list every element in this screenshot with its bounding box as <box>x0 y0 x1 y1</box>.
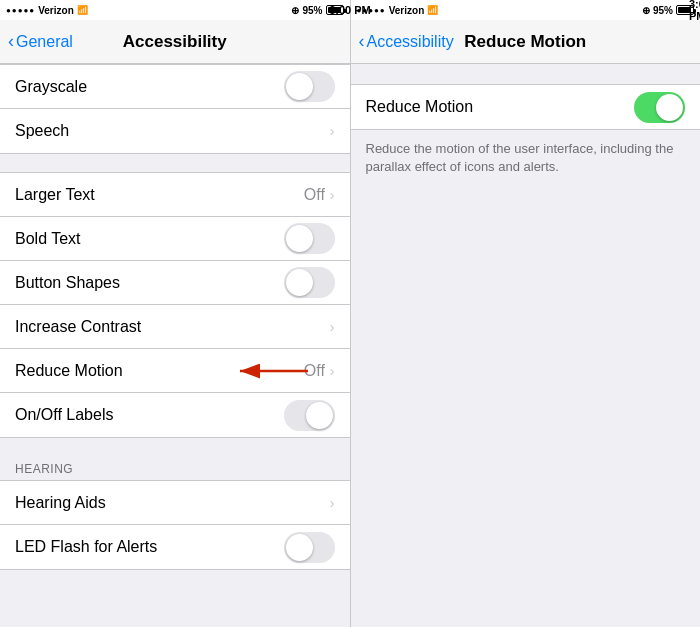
back-button-left[interactable]: ‹ General <box>8 33 73 51</box>
row-increase-contrast[interactable]: Increase Contrast › <box>0 305 350 349</box>
button-shapes-label: Button Shapes <box>15 274 284 292</box>
button-shapes-knob <box>286 269 313 296</box>
hearing-aids-label: Hearing Aids <box>15 494 330 512</box>
onoff-labels-toggle[interactable] <box>284 400 335 431</box>
reduce-motion-card: Reduce Motion <box>351 84 701 130</box>
wifi-icon-right: 📶 <box>427 5 438 15</box>
carrier-right: Verizon <box>389 5 425 16</box>
increase-contrast-label: Increase Contrast <box>15 318 330 336</box>
gap-top-right <box>351 64 701 74</box>
larger-text-value: Off <box>304 186 325 204</box>
row-button-shapes[interactable]: Button Shapes <box>0 261 350 305</box>
reduce-motion-chevron: › <box>330 363 335 379</box>
row-speech[interactable]: Speech › <box>0 109 350 153</box>
battery-pct-left: 95% <box>302 5 322 16</box>
larger-text-chevron: › <box>330 187 335 203</box>
carrier-left: Verizon <box>38 5 74 16</box>
reduce-motion-setting-row[interactable]: Reduce Motion <box>351 85 701 129</box>
nav-bar-right: ‹ Accessibility Reduce Motion <box>351 20 701 64</box>
row-bold-text[interactable]: Bold Text <box>0 217 350 261</box>
battery-icon-left <box>326 5 344 15</box>
nav-bar-left: ‹ General Accessibility <box>0 20 350 64</box>
back-label-right: Accessibility <box>367 33 454 51</box>
speech-label: Speech <box>15 122 330 140</box>
button-shapes-toggle[interactable] <box>284 267 335 298</box>
led-flash-knob <box>286 534 313 561</box>
grayscale-label: Grayscale <box>15 78 284 96</box>
larger-text-label: Larger Text <box>15 186 304 204</box>
location-icon-right: ⊕ <box>642 5 650 16</box>
group-display: Larger Text Off › Bold Text Button Shape… <box>0 172 350 438</box>
led-flash-label: LED Flash for Alerts <box>15 538 284 556</box>
nav-title-left: Accessibility <box>123 32 227 52</box>
reduce-motion-description: Reduce the motion of the user interface,… <box>351 130 701 188</box>
row-hearing-aids[interactable]: Hearing Aids › <box>0 481 350 525</box>
onoff-labels-knob <box>306 402 333 429</box>
status-bar-left: ●●●●● Verizon 📶 3:00 PM ⊕ 95% <box>0 0 350 20</box>
increase-contrast-chevron: › <box>330 319 335 335</box>
reduce-motion-toggle-right[interactable] <box>634 92 685 123</box>
reduce-motion-toggle-knob-right <box>656 94 683 121</box>
back-button-right[interactable]: ‹ Accessibility <box>359 33 454 51</box>
bold-text-label: Bold Text <box>15 230 284 248</box>
settings-list-left: Grayscale Speech › Larger Text Off › Bol… <box>0 64 350 627</box>
nav-title-right: Reduce Motion <box>464 32 586 52</box>
row-led-flash[interactable]: LED Flash for Alerts <box>0 525 350 569</box>
grayscale-knob <box>286 73 313 100</box>
hearing-section-header: HEARING <box>0 456 350 480</box>
battery-pct-right: 95% <box>653 5 673 16</box>
bold-text-knob <box>286 225 313 252</box>
back-label-left: General <box>16 33 73 51</box>
group-vision: Grayscale Speech › <box>0 64 350 154</box>
row-larger-text[interactable]: Larger Text Off › <box>0 173 350 217</box>
battery-icon-right <box>676 5 694 15</box>
wifi-icon-left: 📶 <box>77 5 88 15</box>
location-icon-left: ⊕ <box>291 5 299 16</box>
grayscale-toggle[interactable] <box>284 71 335 102</box>
status-bar-right: ●●●●● Verizon 📶 3:00 PM ⊕ 95% <box>351 0 701 20</box>
right-panel: ●●●●● Verizon 📶 3:00 PM ⊕ 95% ‹ Accessib… <box>351 0 701 627</box>
hearing-aids-chevron: › <box>330 495 335 511</box>
group-hearing: Hearing Aids › LED Flash for Alerts <box>0 480 350 570</box>
back-chevron-left: ‹ <box>8 32 14 50</box>
onoff-labels-label: On/Off Labels <box>15 406 284 424</box>
reduce-motion-setting-label: Reduce Motion <box>366 98 635 116</box>
row-onoff-labels[interactable]: On/Off Labels <box>0 393 350 437</box>
signal-icon: ●●●●● <box>6 6 35 15</box>
right-content: Reduce Motion Reduce the motion of the u… <box>351 64 701 627</box>
back-chevron-right: ‹ <box>359 32 365 50</box>
gap-1 <box>0 154 350 172</box>
speech-chevron: › <box>330 123 335 139</box>
left-panel: ●●●●● Verizon 📶 3:00 PM ⊕ 95% ‹ General … <box>0 0 350 627</box>
row-reduce-motion[interactable]: Reduce Motion Off › <box>0 349 350 393</box>
led-flash-toggle[interactable] <box>284 532 335 563</box>
row-grayscale[interactable]: Grayscale <box>0 65 350 109</box>
gap-2 <box>0 438 350 456</box>
bold-text-toggle[interactable] <box>284 223 335 254</box>
red-arrow-icon <box>230 356 310 386</box>
